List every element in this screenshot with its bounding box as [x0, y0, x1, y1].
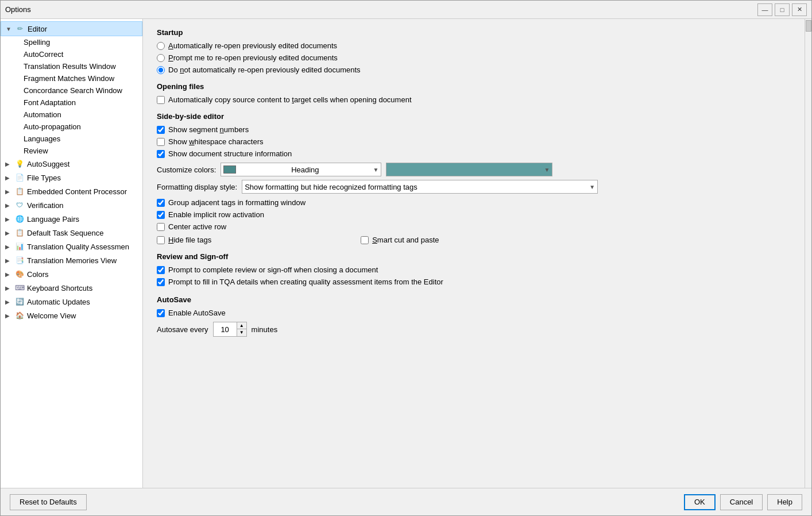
close-button[interactable]: ✕	[792, 3, 807, 16]
formatting-style-dropdown[interactable]: Show formatting but hide recognized form…	[242, 180, 598, 194]
radio-auto-reopen[interactable]: Automatically re-open previously edited …	[157, 41, 791, 50]
spinner-down-button[interactable]: ▼	[237, 329, 246, 336]
spinner-buttons: ▲ ▼	[237, 322, 246, 336]
sidebar-item-embedded[interactable]: ▶ 📋 Embedded Content Processor	[1, 184, 142, 198]
checkbox-center-active-row-input[interactable]	[157, 223, 165, 231]
checkbox-show-whitespace[interactable]: Show whitespace characters	[157, 137, 791, 146]
radio-prompt-reopen[interactable]: Prompt me to re-open previously edited d…	[157, 53, 791, 62]
sidebar-label-welcome: Welcome View	[27, 311, 76, 320]
sidebar-item-tqa[interactable]: ▶ 📊 Translation Quality Assessmen	[1, 240, 142, 253]
checkbox-show-segment-label: Show segment numbers	[168, 125, 249, 134]
checkbox-whitespace-label: Show whitespace characters	[168, 137, 263, 146]
checkbox-prompt-tqa[interactable]: Prompt to fill in TQA details when creat…	[157, 278, 791, 286]
colors-icon: 🎨	[14, 269, 25, 279]
checkbox-whitespace-input[interactable]	[157, 138, 165, 146]
checkbox-auto-copy-input[interactable]	[157, 96, 165, 104]
tqa-icon: 📊	[14, 241, 25, 252]
checkbox-show-doc-structure[interactable]: Show document structure information	[157, 149, 791, 158]
sidebar-item-language-pairs[interactable]: ▶ 🌐 Language Pairs	[1, 212, 142, 226]
sidebar-item-review[interactable]: Review	[1, 145, 142, 157]
auto-updates-icon: 🔄	[14, 296, 25, 307]
cancel-button[interactable]: Cancel	[720, 494, 763, 510]
formatting-style-label: Formatting display style:	[157, 183, 237, 191]
autosave-unit-label: minutes	[252, 325, 278, 334]
sidebar-item-default-task[interactable]: ▶ 📋 Default Task Sequence	[1, 226, 142, 240]
reset-button[interactable]: Reset to Defaults	[10, 494, 87, 510]
checkbox-hide-file-tags-input[interactable]	[157, 236, 165, 244]
checkbox-enable-autosave-input[interactable]	[157, 309, 165, 317]
checkbox-prompt-review[interactable]: Prompt to complete review or sign-off wh…	[157, 265, 791, 274]
expand-icon-language-pairs: ▶	[5, 216, 14, 222]
expand-icon-tm: ▶	[5, 257, 14, 264]
radio-prompt-reopen-input[interactable]	[157, 54, 165, 62]
main-panel: Startup Automatically re-open previously…	[143, 19, 805, 488]
sidebar-item-keyboard[interactable]: ▶ ⌨ Keyboard Shortcuts	[1, 281, 142, 295]
checkbox-implicit-row-input[interactable]	[157, 211, 165, 219]
sidebar-item-translation-results[interactable]: Translation Results Window	[1, 60, 142, 72]
sidebar-item-font-adaptation[interactable]: Font Adaptation	[1, 97, 142, 109]
radio-no-reopen-input[interactable]	[157, 66, 165, 74]
checkbox-implicit-row[interactable]: Enable implicit row activation	[157, 210, 791, 219]
checkbox-prompt-review-input[interactable]	[157, 266, 165, 274]
expand-icon-colors: ▶	[5, 271, 14, 278]
checkbox-group-adjacent-input[interactable]	[157, 199, 165, 207]
autosave-value-input[interactable]	[214, 322, 237, 336]
checkbox-auto-copy[interactable]: Automatically copy source content to tar…	[157, 95, 791, 104]
checkbox-doc-structure-label: Show document structure information	[168, 149, 292, 158]
sidebar-item-verification[interactable]: ▶ 🛡 Verification	[1, 198, 142, 212]
review-checkboxes: Prompt to complete review or sign-off wh…	[157, 265, 791, 286]
scrollbar-thumb[interactable]	[806, 20, 811, 32]
sidebar-item-auto-propagation[interactable]: Auto-propagation	[1, 121, 142, 133]
sbs-more-checkboxes: Group adjacent tags in formatting window…	[157, 198, 791, 231]
checkbox-doc-structure-input[interactable]	[157, 150, 165, 158]
checkbox-implicit-row-label: Enable implicit row activation	[168, 210, 264, 219]
title-bar: Options — □ ✕	[1, 1, 811, 19]
checkbox-smart-cut-paste[interactable]: Smart cut and paste	[361, 236, 439, 244]
help-button[interactable]: Help	[767, 494, 802, 510]
checkbox-prompt-tqa-input[interactable]	[157, 278, 165, 286]
sidebar-item-colors[interactable]: ▶ 🎨 Colors	[1, 267, 142, 281]
sidebar-item-concordance[interactable]: Concordance Search Window	[1, 84, 142, 97]
sidebar-item-autosuggest[interactable]: ▶ 💡 AutoSuggest	[1, 157, 142, 171]
ok-button[interactable]: OK	[684, 494, 716, 510]
checkbox-group-adjacent[interactable]: Group adjacent tags in formatting window	[157, 198, 791, 207]
radio-auto-reopen-input[interactable]	[157, 42, 165, 50]
footer-left: Reset to Defaults	[10, 494, 87, 510]
sidebar-item-auto-updates[interactable]: ▶ 🔄 Automatic Updates	[1, 295, 142, 309]
customize-colors-label: Customize colors:	[157, 165, 216, 174]
sidebar-item-editor[interactable]: ▼ ✏ Editor	[1, 21, 142, 36]
sidebar-item-fragment-matches[interactable]: Fragment Matches Window	[1, 72, 142, 84]
checkbox-hide-file-tags[interactable]: Hide file tags	[157, 236, 211, 244]
formatting-style-value: Show formatting but hide recognized form…	[245, 183, 587, 191]
color-category-value: Heading	[291, 165, 319, 174]
checkbox-smart-cut-paste-input[interactable]	[361, 236, 369, 244]
expand-icon-embedded: ▶	[5, 188, 14, 195]
spinner-up-button[interactable]: ▲	[237, 322, 246, 329]
formatting-dropdown-arrow: ▼	[589, 184, 595, 190]
sidebar-item-languages-sub[interactable]: Languages	[1, 133, 142, 145]
checkbox-show-segment-numbers[interactable]: Show segment numbers	[157, 125, 791, 134]
sidebar-item-tm-view[interactable]: ▶ 📑 Translation Memories View	[1, 253, 142, 267]
color-preview-box[interactable]: ▼	[386, 163, 552, 176]
autosave-spinner[interactable]: ▲ ▼	[213, 322, 247, 337]
window-title: Options	[5, 5, 31, 14]
sidebar-label-autocorrect: AutoCorrect	[24, 50, 63, 59]
sidebar-item-spelling[interactable]: Spelling	[1, 36, 142, 48]
sidebar-item-automation[interactable]: Automation	[1, 109, 142, 121]
checkbox-show-segment-input[interactable]	[157, 126, 165, 134]
color-category-dropdown[interactable]: Heading ▼	[221, 163, 381, 176]
opening-files-group: Automatically copy source content to tar…	[157, 95, 791, 104]
checkbox-enable-autosave[interactable]: Enable AutoSave	[157, 309, 791, 317]
formatting-style-row: Formatting display style: Show formattin…	[157, 180, 791, 194]
checkbox-prompt-tqa-label: Prompt to fill in TQA details when creat…	[168, 278, 443, 286]
sidebar-item-file-types[interactable]: ▶ 📄 File Types	[1, 171, 142, 184]
radio-no-reopen[interactable]: Do not automatically re-open previously …	[157, 66, 791, 74]
sidebar-item-autocorrect[interactable]: AutoCorrect	[1, 48, 142, 60]
expand-icon-auto-updates: ▶	[5, 299, 14, 305]
sidebar-item-welcome[interactable]: ▶ 🏠 Welcome View	[1, 309, 142, 322]
maximize-button[interactable]: □	[775, 3, 790, 16]
minimize-button[interactable]: —	[757, 3, 772, 16]
sidebar-label-fragment-matches: Fragment Matches Window	[24, 74, 114, 83]
checkbox-center-active-row[interactable]: Center active row	[157, 222, 791, 231]
section-opening-files-title: Opening files	[157, 82, 791, 91]
